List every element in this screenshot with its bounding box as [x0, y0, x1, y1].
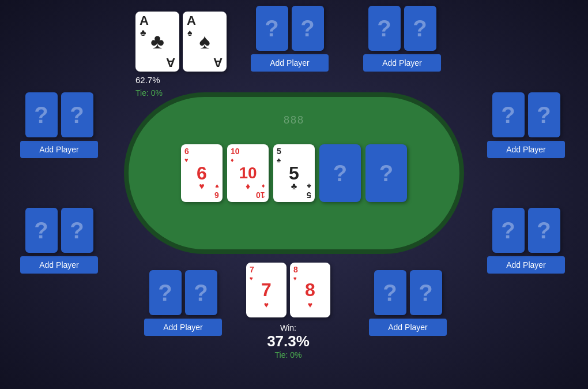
hero-card1-suit-top: ♣ [140, 28, 146, 38]
slot-left-bottom-cards: ? ? [25, 208, 93, 253]
card1-rank-bottom: 6♥ [214, 183, 219, 199]
bc-card1-center: 7 [261, 279, 272, 301]
question-mark: ? [70, 218, 84, 244]
slot-bottom-right: ? ? Add Player [366, 270, 450, 336]
card3-rank-top: 5♣ [277, 147, 281, 163]
bottom-center-card2: 8♥ 8 ♥ [290, 263, 330, 317]
poker-table: 888 6♥ 6 ♥ 6♥ 10♦ 10 ♦ 10♦ 5♣ 5 ♣ 5♣ [124, 92, 464, 254]
add-player-button-left-top[interactable]: Add Player [20, 141, 98, 158]
add-player-button-top-left[interactable]: Add Player [251, 54, 329, 72]
slot-top-left-cards: ? ? [256, 6, 324, 51]
community-card-3: 5♣ 5 ♣ 5♣ [273, 144, 315, 202]
question-mark: ? [537, 102, 551, 128]
add-player-button-top-right[interactable]: Add Player [363, 54, 441, 72]
hero-win-pct: 62.7% [135, 75, 227, 85]
hero-cards: A ♣ ♣ A A ♠ ♠ A [135, 12, 227, 72]
hero-player-slot: A ♣ ♣ A A ♠ ♠ A 62.7% Tie: 0% [135, 12, 227, 98]
bottom-center-card1: 7♥ 7 ♥ [246, 263, 287, 317]
slot-top-left-card2: ? [292, 6, 324, 51]
slot-left-top: ? ? Add Player [17, 92, 101, 158]
question-mark: ? [379, 160, 393, 186]
community-card-2: 10♦ 10 ♦ 10♦ [227, 144, 269, 202]
card1-suit-bottom: ♥ [199, 181, 205, 192]
slot-top-right-card1: ? [368, 6, 401, 51]
question-mark: ? [377, 16, 391, 42]
bc-card2-center: 8 [305, 279, 315, 301]
question-mark: ? [34, 218, 48, 244]
add-player-button-bottom-right[interactable]: Add Player [369, 319, 447, 336]
card1-center: 6 [197, 163, 207, 184]
slot-right-top-cards: ? ? [492, 92, 560, 137]
question-mark: ? [501, 102, 515, 128]
slot-bottom-right-card1: ? [374, 270, 406, 315]
slot-right-top-card1: ? [492, 92, 525, 137]
poker-table-container: 888 6♥ 6 ♥ 6♥ 10♦ 10 ♦ 10♦ 5♣ 5 ♣ 5♣ [124, 92, 464, 254]
question-mark: ? [70, 102, 84, 128]
slot-bottom-right-card2: ? [410, 270, 442, 315]
slot-bottom-right-cards: ? ? [374, 270, 442, 315]
hero-card2-rank-bottom: A [213, 56, 223, 69]
add-player-button-right-bottom[interactable]: Add Player [487, 256, 565, 274]
hero-card-1: A ♣ ♣ A [135, 12, 179, 72]
slot-right-bottom: ? ? Add Player [484, 208, 568, 274]
question-mark: ? [265, 16, 278, 42]
slot-left-top-cards: ? ? [25, 92, 93, 137]
hero-card1-rank-bottom: A [166, 56, 175, 69]
question-mark: ? [501, 218, 515, 244]
community-card-1: 6♥ 6 ♥ 6♥ [181, 144, 223, 202]
win-tie: Tie: 0% [267, 350, 310, 360]
slot-bottom-left: ? ? Add Player [141, 270, 225, 336]
card2-suit-bottom: ♦ [246, 181, 250, 192]
card2-rank-bottom: 10♦ [256, 183, 265, 199]
question-mark: ? [300, 16, 314, 42]
slot-left-bottom-card1: ? [25, 208, 58, 253]
community-cards: 6♥ 6 ♥ 6♥ 10♦ 10 ♦ 10♦ 5♣ 5 ♣ 5♣ ? [181, 144, 407, 202]
question-mark: ? [333, 160, 347, 186]
hero-card1-rank: A [140, 14, 149, 27]
slot-top-right-cards: ? ? [368, 6, 436, 51]
hero-card2-suit-top: ♠ [187, 28, 193, 38]
slot-right-top-card2: ? [528, 92, 560, 137]
hero-card2-center-suit: ♠ [199, 29, 210, 54]
community-card-4: ? [319, 144, 361, 202]
card2-center: 10 [239, 164, 257, 182]
slot-top-left: ? ? Add Player [248, 6, 331, 72]
bottom-center-stats: Win: 37.3% Tie: 0% [267, 323, 310, 360]
hero-card1-center-suit: ♣ [150, 29, 164, 54]
hero-card-2: A ♠ ♠ A [183, 12, 227, 72]
question-mark: ? [537, 218, 551, 244]
bc-card2-suit: ♥ [308, 300, 312, 309]
card3-rank-bottom: 5♣ [307, 183, 311, 199]
table-brand: 888 [284, 114, 304, 126]
add-player-button-bottom-left[interactable]: Add Player [144, 319, 222, 336]
card3-center: 5 [289, 163, 299, 184]
slot-left-top-card2: ? [61, 92, 93, 137]
community-card-5: ? [365, 144, 407, 202]
slot-right-bottom-cards: ? ? [492, 208, 560, 253]
slot-bottom-left-card1: ? [149, 270, 182, 315]
add-player-button-left-bottom[interactable]: Add Player [20, 256, 98, 274]
question-mark: ? [34, 102, 48, 128]
hero-card2-rank: A [187, 14, 196, 27]
bc-card1-rank-top: 7♥ [250, 265, 254, 282]
slot-left-bottom: ? ? Add Player [17, 208, 101, 274]
question-mark: ? [383, 280, 397, 306]
bc-card2-rank-top: 8♥ [293, 265, 298, 282]
win-pct: 37.3% [267, 332, 310, 350]
slot-bottom-left-card2: ? [185, 270, 217, 315]
question-mark: ? [194, 280, 208, 306]
card3-suit-bottom: ♣ [291, 181, 297, 192]
slot-left-bottom-card2: ? [61, 208, 93, 253]
slot-bottom-center: 7♥ 7 ♥ 8♥ 8 ♥ Win: 37.3% Tie: 0% [242, 263, 334, 360]
question-mark: ? [158, 280, 172, 306]
question-mark: ? [419, 280, 432, 306]
slot-right-bottom-card2: ? [528, 208, 560, 253]
bc-card1-suit: ♥ [264, 300, 269, 309]
slot-top-right-card2: ? [404, 6, 436, 51]
win-label: Win: [267, 323, 310, 332]
slot-right-bottom-card1: ? [492, 208, 525, 253]
card2-rank-top: 10♦ [231, 147, 240, 163]
slot-top-right: ? ? Add Player [360, 6, 444, 72]
add-player-button-right-top[interactable]: Add Player [487, 141, 565, 158]
slot-bottom-center-cards: 7♥ 7 ♥ 8♥ 8 ♥ [246, 263, 330, 317]
